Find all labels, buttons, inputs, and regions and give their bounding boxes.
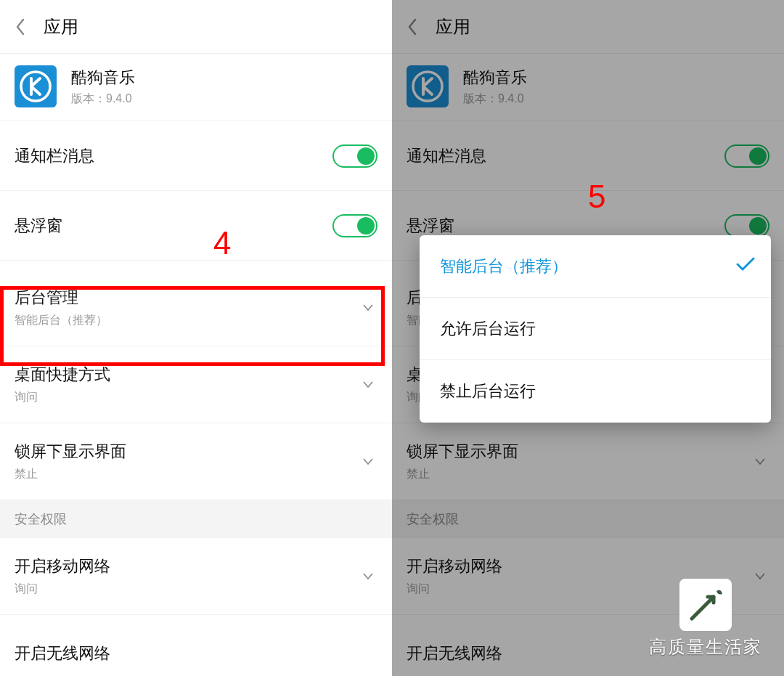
wifi-row[interactable]: 开启无线网络 <box>0 615 392 676</box>
watermark-logo-icon <box>679 579 732 631</box>
popup-option-forbid-background[interactable]: 禁止后台运行 <box>420 360 771 423</box>
popup-option-label: 禁止后台运行 <box>440 380 536 402</box>
lock-screen-ui-row[interactable]: 锁屏下显示界面 禁止 <box>392 423 784 500</box>
background-mgmt-label: 后台管理 <box>15 287 78 309</box>
float-window-toggle[interactable] <box>332 214 377 237</box>
back-icon[interactable] <box>402 17 422 37</box>
notification-bar-row[interactable]: 通知栏消息 <box>0 121 392 191</box>
header-title: 应用 <box>436 15 470 38</box>
desktop-shortcut-row[interactable]: 桌面快捷方式 询问 <box>0 346 392 423</box>
app-version: 版本：9.4.0 <box>463 91 527 107</box>
background-mgmt-popup: 智能后台（推荐） 允许后台运行 禁止后台运行 <box>420 235 771 423</box>
screen-step-4: 应用 酷狗音乐 版本：9.4.0 通知栏消息 悬浮窗 4 后台管理 智能后台（推… <box>0 0 392 676</box>
back-icon[interactable] <box>10 17 30 37</box>
app-name: 酷狗音乐 <box>463 67 527 89</box>
float-window-row[interactable]: 悬浮窗 <box>0 191 392 261</box>
popup-option-label: 允许后台运行 <box>440 318 536 340</box>
popup-option-allow-background[interactable]: 允许后台运行 <box>420 298 771 360</box>
app-icon-kugou <box>15 65 57 107</box>
watermark-text: 高质量生活家 <box>649 635 762 659</box>
chevron-down-icon <box>363 378 373 391</box>
chevron-down-icon <box>755 455 765 468</box>
app-version: 版本：9.4.0 <box>71 91 135 107</box>
screen-step-5: 应用 酷狗音乐 版本：9.4.0 通知栏消息 悬浮窗 后台管理 智能后台（推荐） <box>392 0 784 676</box>
mobile-data-sub: 询问 <box>15 582 38 597</box>
mobile-data-label: 开启移动网络 <box>15 555 110 577</box>
notification-toggle[interactable] <box>332 144 377 168</box>
lock-screen-ui-sub: 禁止 <box>407 467 430 482</box>
chevron-down-icon <box>363 570 373 583</box>
background-mgmt-sub: 智能后台（推荐） <box>15 313 107 328</box>
lock-screen-ui-sub: 禁止 <box>15 467 38 482</box>
float-window-label: 悬浮窗 <box>15 215 332 237</box>
background-mgmt-row[interactable]: 后台管理 智能后台（推荐） <box>0 269 392 346</box>
popup-option-label: 智能后台（推荐） <box>440 256 568 277</box>
popup-option-smart-background[interactable]: 智能后台（推荐） <box>420 235 771 298</box>
mobile-data-label: 开启移动网络 <box>407 555 502 577</box>
step-number-annotation: 5 <box>588 179 605 215</box>
notification-toggle[interactable] <box>724 144 769 168</box>
mobile-data-sub: 询问 <box>407 582 430 597</box>
notification-bar-label: 通知栏消息 <box>15 145 332 167</box>
notification-bar-label: 通知栏消息 <box>407 145 724 167</box>
float-window-label: 悬浮窗 <box>407 215 724 237</box>
lock-screen-ui-row[interactable]: 锁屏下显示界面 禁止 <box>0 423 392 500</box>
app-info-row: 酷狗音乐 版本：9.4.0 <box>0 54 392 121</box>
mobile-data-row[interactable]: 开启移动网络 询问 <box>0 538 392 615</box>
header-bar: 应用 <box>392 0 784 54</box>
lock-screen-ui-label: 锁屏下显示界面 <box>407 441 518 463</box>
app-info-row: 酷狗音乐 版本：9.4.0 <box>392 54 784 121</box>
step-number-annotation: 4 <box>213 225 231 261</box>
security-section-header: 安全权限 <box>392 500 784 538</box>
wifi-label: 开启无线网络 <box>15 643 110 664</box>
wifi-label: 开启无线网络 <box>407 643 502 664</box>
header-title: 应用 <box>44 15 78 38</box>
float-window-toggle[interactable] <box>724 214 769 237</box>
chevron-down-icon <box>363 301 373 314</box>
app-icon-kugou <box>407 65 449 107</box>
desktop-shortcut-sub: 询问 <box>15 390 38 405</box>
watermark: 高质量生活家 <box>649 579 762 659</box>
check-icon <box>736 257 755 276</box>
security-section-header: 安全权限 <box>0 500 392 538</box>
lock-screen-ui-label: 锁屏下显示界面 <box>15 441 126 463</box>
app-name: 酷狗音乐 <box>71 67 135 89</box>
header-bar: 应用 <box>0 0 392 54</box>
desktop-shortcut-label: 桌面快捷方式 <box>15 364 110 386</box>
chevron-down-icon <box>363 455 373 468</box>
